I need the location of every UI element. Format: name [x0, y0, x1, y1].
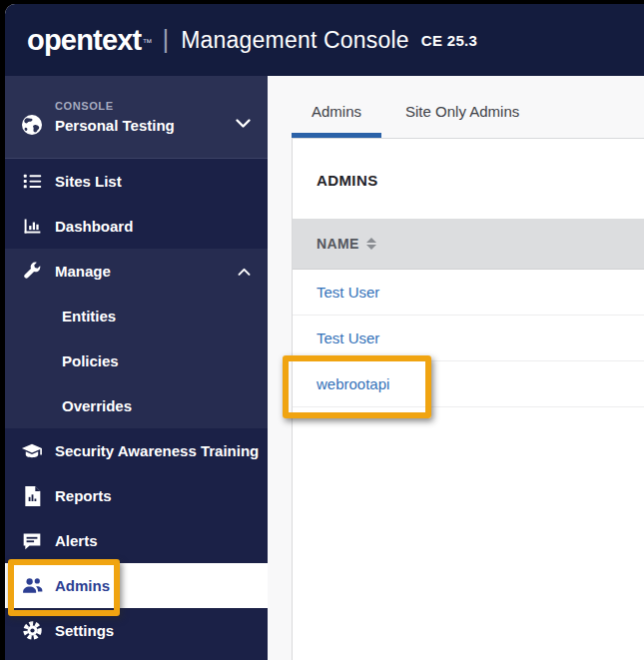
- sidebar-item-admins[interactable]: Admins: [5, 563, 268, 608]
- management-console-window: opentext ™ | Management Console CE 25.3: [5, 4, 644, 660]
- chevron-down-icon: [235, 118, 252, 130]
- sidebar-item-reports[interactable]: Reports: [5, 473, 268, 518]
- sidebar-item-label: Manage: [55, 263, 111, 280]
- sidebar-item-label: Security Awareness Training: [55, 442, 259, 459]
- console-switcher[interactable]: CONSOLE Personal Testing: [5, 76, 268, 159]
- sidebar-item-security-awareness-training[interactable]: Security Awareness Training: [5, 428, 268, 473]
- sidebar-item-label: Sites List: [55, 173, 122, 190]
- sidebar-item-settings[interactable]: Settings: [5, 608, 268, 653]
- chevron-up-icon: [237, 267, 252, 277]
- sidebar: CONSOLE Personal Testing: [5, 76, 268, 660]
- sidebar-item-manage[interactable]: Manage: [5, 249, 268, 294]
- trademark-symbol: ™: [142, 37, 152, 48]
- main-content: Admins Site Only Admins ADMINS NAME Test…: [268, 76, 644, 660]
- bar-chart-icon: [19, 216, 45, 237]
- panel-title: ADMINS: [293, 139, 644, 219]
- sidebar-item-entities[interactable]: Entities: [5, 294, 268, 338]
- admins-panel: ADMINS NAME Test User Test User: [292, 138, 644, 660]
- webrootapi-row-link[interactable]: webrootapi: [317, 375, 389, 392]
- manage-group: Manage Entities Policies Override: [5, 249, 268, 428]
- sidebar-item-policies[interactable]: Policies: [5, 338, 268, 383]
- sidebar-item-label: Reports: [55, 487, 112, 504]
- sidebar-nav: Sites List Dashboard: [5, 159, 268, 653]
- sidebar-item-label: Dashboard: [55, 218, 133, 235]
- table-row: webrootapi: [293, 361, 644, 407]
- graduation-cap-icon: [19, 440, 45, 462]
- screenshot-frame: opentext ™ | Management Console CE 25.3: [0, 0, 644, 660]
- admin-link[interactable]: Test User: [317, 284, 379, 301]
- gear-icon: [19, 620, 45, 641]
- tab-bar: Admins Site Only Admins: [268, 76, 644, 138]
- sidebar-item-label: Alerts: [55, 532, 98, 549]
- list-icon: [19, 171, 45, 192]
- tab-admins[interactable]: Admins: [292, 103, 381, 138]
- column-header-name[interactable]: NAME: [293, 219, 644, 270]
- sidebar-item-label: Settings: [55, 622, 114, 639]
- sidebar-item-alerts[interactable]: Alerts: [5, 518, 268, 563]
- sidebar-item-sites-list[interactable]: Sites List: [5, 159, 268, 204]
- sidebar-item-dashboard[interactable]: Dashboard: [5, 204, 268, 249]
- table-row: Test User: [293, 270, 644, 316]
- globe-icon: [19, 113, 45, 137]
- chat-bubble-icon: [19, 531, 45, 551]
- sidebar-item-label: Entities: [62, 308, 116, 325]
- users-icon: [19, 574, 45, 597]
- console-name: Personal Testing: [55, 117, 175, 134]
- sidebar-item-label: Admins: [55, 577, 110, 594]
- tab-site-only-admins[interactable]: Site Only Admins: [385, 103, 539, 138]
- console-label: CONSOLE: [55, 100, 175, 112]
- sidebar-item-label: Policies: [62, 352, 119, 369]
- app-header: opentext ™ | Management Console CE 25.3: [5, 4, 644, 76]
- sidebar-item-label: Overrides: [62, 397, 132, 414]
- report-icon: [19, 486, 45, 506]
- sidebar-item-overrides[interactable]: Overrides: [5, 383, 268, 428]
- product-title: Management Console: [181, 27, 409, 54]
- version-badge: CE 25.3: [421, 32, 477, 49]
- admin-link[interactable]: Test User: [317, 330, 379, 346]
- sort-icon: [366, 238, 376, 250]
- logo-divider: |: [162, 24, 169, 55]
- opentext-logo: opentext: [27, 24, 141, 57]
- wrench-icon: [19, 262, 45, 282]
- table-row: Test User: [293, 316, 644, 361]
